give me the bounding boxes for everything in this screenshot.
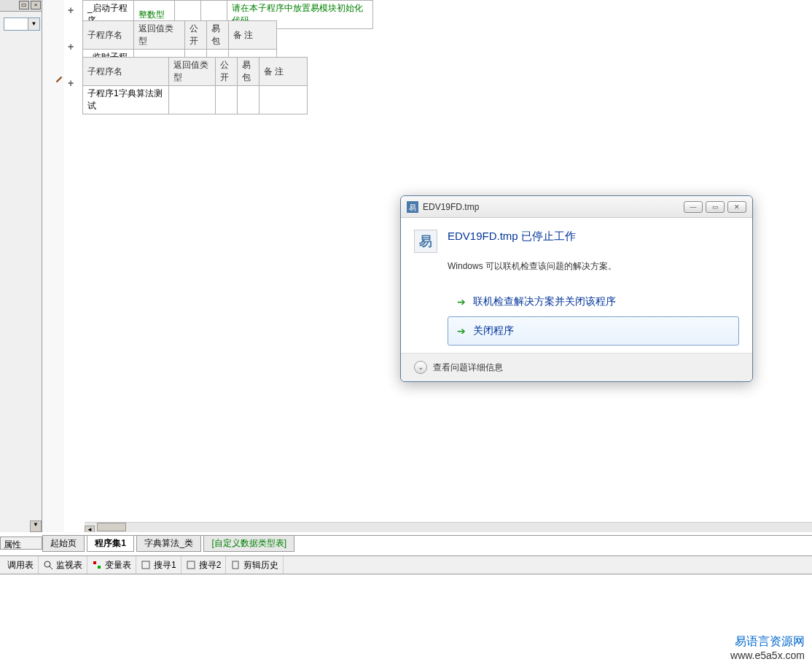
option-close-program[interactable]: ➔ 关闭程序 [448, 316, 739, 346]
option-check-online[interactable]: ➔ 联机检查解决方案并关闭该程序 [448, 287, 739, 316]
maximize-button[interactable]: ▭ [706, 201, 725, 213]
search-icon [186, 560, 196, 570]
header-cell: 备 注 [229, 21, 277, 50]
properties-label[interactable]: 属性 [0, 537, 42, 550]
minimize-button[interactable]: — [684, 201, 703, 213]
variable-table-button[interactable]: 变量表 [87, 556, 136, 574]
watermark-cn: 易语言资源网 [730, 634, 805, 650]
arrow-right-icon: ➔ [457, 325, 466, 337]
dialog-title: EDV19FD.tmp [423, 202, 684, 212]
header-cell: 子程序名 [83, 58, 169, 86]
toolbar-label: 剪辑历史 [243, 559, 278, 572]
table-header: 子程序名 返回值类型 公开 易包 备 注 [83, 21, 277, 50]
editor-tabs: 起始页 程序集1 字典算法_类 [自定义数据类型表] [42, 535, 812, 550]
option-label: 关闭程序 [473, 324, 514, 338]
expand-icon[interactable]: + [68, 77, 74, 89]
search-icon [141, 560, 151, 570]
tab-program-set-1[interactable]: 程序集1 [87, 536, 134, 552]
header-cell: 返回值类型 [169, 58, 216, 86]
toolbar-label: 变量表 [105, 559, 131, 572]
watch-table-button[interactable]: 监视表 [39, 556, 87, 574]
table-row[interactable]: 子程序1字典算法测试 [83, 86, 308, 114]
svg-point-0 [44, 561, 50, 567]
tab-start-page[interactable]: 起始页 [42, 536, 85, 552]
svg-rect-5 [187, 561, 195, 569]
svg-rect-3 [98, 566, 101, 569]
svg-rect-6 [233, 561, 238, 569]
cell[interactable] [238, 86, 259, 114]
search-1-button[interactable]: 搜寻1 [136, 556, 181, 574]
dialog-body: 易 EDV19FD.tmp 已停止工作 Windows 可以联机检查该问题的解决… [401, 218, 752, 353]
procedure-table-3: 子程序名 返回值类型 公开 易包 备 注 子程序1字典算法测试 [82, 57, 308, 114]
svg-text:易: 易 [409, 203, 416, 211]
expand-icon[interactable]: + [68, 41, 74, 52]
header-cell: 备 注 [259, 58, 308, 86]
scroll-thumb[interactable] [97, 523, 126, 531]
scroll-down-button[interactable]: ▼ [30, 520, 42, 532]
panel-close-button[interactable]: × [31, 1, 41, 9]
cell[interactable] [169, 86, 216, 114]
svg-rect-4 [142, 561, 149, 569]
close-button[interactable]: ✕ [727, 201, 746, 213]
dialog-sub-text: Windows 可以联机检查该问题的解决方案。 [448, 260, 739, 273]
details-link[interactable]: 查看问题详细信息 [433, 362, 503, 374]
panel-titlebar: ▭ × [0, 0, 42, 12]
panel-restore-button[interactable]: ▭ [19, 1, 29, 9]
dialog-footer: ⌄ 查看问题详细信息 [401, 353, 752, 381]
option-label: 联机检查解决方案并关闭该程序 [473, 295, 616, 308]
search-2-button[interactable]: 搜寻2 [181, 556, 227, 574]
header-cell: 公开 [216, 58, 238, 86]
cell[interactable] [259, 86, 308, 114]
cell[interactable] [216, 86, 238, 114]
chevron-down-icon[interactable]: ⌄ [414, 361, 427, 374]
expand-icon[interactable]: + [68, 4, 74, 16]
tab-dict-algorithm-class[interactable]: 字典算法_类 [136, 536, 201, 552]
toolbar-label: 搜寻2 [199, 559, 222, 572]
table-header: 子程序名 返回值类型 公开 易包 备 注 [83, 58, 308, 86]
header-cell: 公开 [185, 21, 207, 50]
header-cell: 子程序名 [83, 21, 134, 50]
app-icon: 易 [414, 230, 437, 253]
panel-dropdown[interactable]: ▼ [4, 17, 40, 31]
toolbar-label: 搜寻1 [154, 559, 176, 572]
svg-line-1 [50, 566, 52, 569]
dialog-titlebar[interactable]: 易 EDV19FD.tmp — ▭ ✕ [401, 196, 752, 218]
chevron-down-icon: ▼ [28, 18, 39, 30]
magnifier-icon [43, 560, 53, 570]
scroll-left-button[interactable]: ◄ [85, 526, 95, 532]
toolbar-label: 监视表 [56, 559, 82, 572]
left-panel: ▭ × ▼ ▼ [0, 0, 42, 532]
header-cell: 返回值类型 [134, 21, 185, 50]
svg-rect-2 [93, 561, 96, 564]
watermark: 易语言资源网 www.e5a5x.com [730, 634, 805, 661]
clip-history-button[interactable]: 剪辑历史 [226, 556, 284, 574]
dialog-main-text: EDV19FD.tmp 已停止工作 [448, 230, 576, 243]
header-cell: 易包 [238, 58, 259, 86]
app-small-icon: 易 [407, 201, 418, 213]
call-table-button[interactable]: 调用表 [3, 556, 39, 574]
cell-name[interactable]: 子程序1字典算法测试 [83, 86, 169, 114]
toolbar-label: 调用表 [7, 559, 34, 572]
watermark-en: www.e5a5x.com [730, 650, 805, 661]
horizontal-scrollbar[interactable]: ◄ [85, 522, 812, 532]
variable-icon [92, 560, 102, 570]
clipboard-icon [230, 560, 241, 570]
header-cell: 易包 [207, 21, 229, 50]
tab-custom-data-types[interactable]: [自定义数据类型表] [203, 536, 294, 552]
arrow-right-icon: ➔ [457, 296, 466, 308]
bottom-toolbar: 调用表 监视表 变量表 搜寻1 搜寻2 剪辑历史 [0, 555, 812, 574]
editor-gutter [42, 0, 64, 532]
crash-dialog: 易 EDV19FD.tmp — ▭ ✕ 易 EDV19FD.tmp 已停止工作 … [400, 195, 753, 382]
